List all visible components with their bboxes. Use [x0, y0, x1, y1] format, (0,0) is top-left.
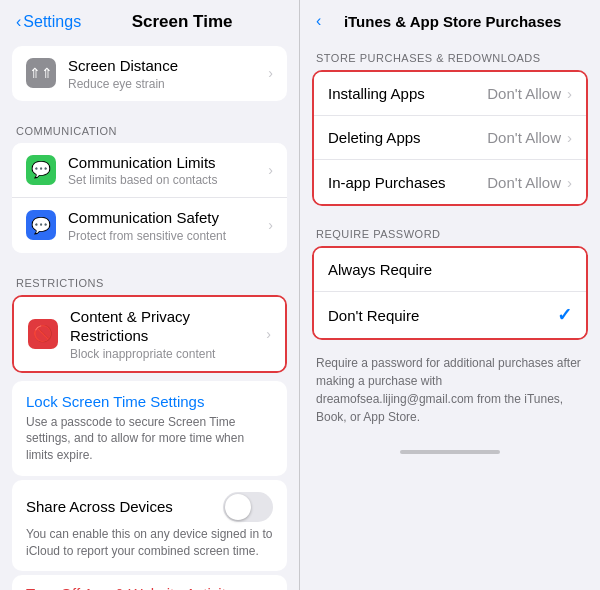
screen-distance-cell[interactable]: ⇑⇑ Screen Distance Reduce eye strain › — [12, 46, 287, 101]
screen-distance-subtitle: Reduce eye strain — [68, 77, 268, 91]
comm-limits-chevron: › — [268, 162, 273, 178]
restrictions-section-label: Restrictions — [0, 261, 299, 295]
comm-safety-subtitle: Protect from sensitive content — [68, 229, 268, 243]
require-section-label: Require Password — [300, 214, 600, 246]
screen-distance-text: Screen Distance Reduce eye strain — [68, 56, 268, 91]
screen-distance-title: Screen Distance — [68, 56, 268, 76]
screen-distance-group: ⇑⇑ Screen Distance Reduce eye strain › — [12, 46, 287, 101]
back-chevron-icon: ‹ — [16, 13, 21, 31]
communication-limits-cell[interactable]: 💬 Communication Limits Set limits based … — [12, 143, 287, 199]
right-scroll-indicator — [400, 450, 500, 454]
back-label: Settings — [23, 13, 81, 31]
installing-apps-chevron: › — [567, 85, 572, 102]
left-nav-title: Screen Time — [81, 12, 283, 32]
communication-safety-cell[interactable]: 💬 Communication Safety Protect from sens… — [12, 198, 287, 253]
lock-screen-subtitle: Use a passcode to secure Screen Time set… — [26, 414, 273, 464]
turn-off-cell[interactable]: Turn Off App & Website Activity Turning … — [12, 575, 287, 590]
comm-limits-icon: 💬 — [26, 155, 56, 185]
lock-screen-cell[interactable]: Lock Screen Time Settings Use a passcode… — [12, 381, 287, 476]
turn-off-title: Turn Off App & Website Activity — [26, 585, 273, 590]
dont-require-title: Don't Require — [328, 307, 557, 324]
deleting-apps-cell[interactable]: Deleting Apps Don't Allow › — [314, 116, 586, 160]
content-privacy-title: Content & Privacy Restrictions — [70, 307, 266, 346]
comm-limits-subtitle: Set limits based on contacts — [68, 173, 268, 187]
deleting-apps-value: Don't Allow — [487, 129, 561, 146]
deleting-apps-chevron: › — [567, 129, 572, 146]
settings-back-button[interactable]: ‹ Settings — [16, 13, 81, 31]
comm-safety-text: Communication Safety Protect from sensit… — [68, 208, 268, 243]
content-privacy-icon: 🚫 — [28, 319, 58, 349]
toggle-knob — [225, 494, 251, 520]
comm-safety-title: Communication Safety — [68, 208, 268, 228]
always-require-cell[interactable]: Always Require — [314, 248, 586, 292]
content-privacy-chevron: › — [266, 326, 271, 342]
always-require-title: Always Require — [328, 261, 572, 278]
share-across-subtitle: You can enable this on any device signed… — [26, 526, 273, 560]
comm-limits-text: Communication Limits Set limits based on… — [68, 153, 268, 188]
dont-require-checkmark: ✓ — [557, 304, 572, 326]
store-purchases-group: Installing Apps Don't Allow › Deleting A… — [312, 70, 588, 206]
require-password-note: Require a password for additional purcha… — [300, 348, 600, 440]
content-privacy-cell[interactable]: 🚫 Content & Privacy Restrictions Block i… — [14, 297, 285, 371]
inapp-purchases-title: In-app Purchases — [328, 174, 487, 191]
left-panel: ‹ Settings Screen Time ⇑⇑ Screen Distanc… — [0, 0, 300, 590]
share-across-card: Share Across Devices You can enable this… — [12, 480, 287, 572]
content-privacy-group: 🚫 Content & Privacy Restrictions Block i… — [12, 295, 287, 373]
right-panel: ‹ iTunes & App Store Purchases Store Pur… — [300, 0, 600, 590]
share-across-title: Share Across Devices — [26, 498, 173, 515]
content-privacy-text: Content & Privacy Restrictions Block ina… — [70, 307, 266, 361]
comm-safety-chevron: › — [268, 217, 273, 233]
dont-require-cell[interactable]: Don't Require ✓ — [314, 292, 586, 338]
comm-safety-icon: 💬 — [26, 210, 56, 240]
share-row: Share Across Devices — [26, 492, 273, 522]
left-nav-header: ‹ Settings Screen Time — [0, 0, 299, 40]
communication-group: 💬 Communication Limits Set limits based … — [12, 143, 287, 253]
right-nav-title: iTunes & App Store Purchases — [321, 13, 584, 30]
lock-screen-link: Lock Screen Time Settings — [26, 393, 273, 410]
deleting-apps-title: Deleting Apps — [328, 129, 487, 146]
right-nav-header: ‹ iTunes & App Store Purchases — [300, 0, 600, 38]
screen-distance-chevron: › — [268, 65, 273, 81]
require-password-group: Always Require Don't Require ✓ — [312, 246, 588, 340]
inapp-purchases-value: Don't Allow — [487, 174, 561, 191]
inapp-purchases-cell[interactable]: In-app Purchases Don't Allow › — [314, 160, 586, 204]
screen-distance-icon: ⇑⇑ — [26, 58, 56, 88]
installing-apps-cell[interactable]: Installing Apps Don't Allow › — [314, 72, 586, 116]
content-privacy-subtitle: Block inappropriate content — [70, 347, 266, 361]
installing-apps-title: Installing Apps — [328, 85, 487, 102]
store-section-label: Store Purchases & Redownloads — [300, 38, 600, 70]
comm-limits-title: Communication Limits — [68, 153, 268, 173]
installing-apps-value: Don't Allow — [487, 85, 561, 102]
inapp-purchases-chevron: › — [567, 174, 572, 191]
communication-section-label: Communication — [0, 109, 299, 143]
share-toggle[interactable] — [223, 492, 273, 522]
